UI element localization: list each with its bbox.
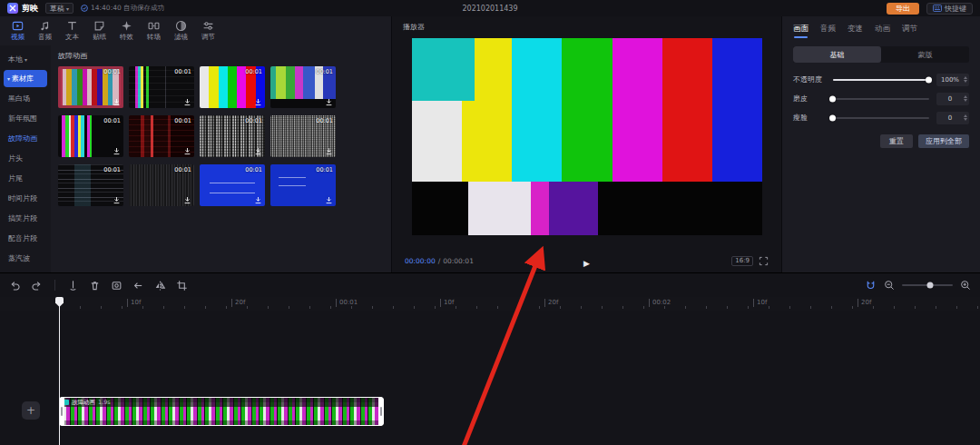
- media-body: 本地▾ ▾素材库 黑白场 新年氛围 故障动画 片头 片尾 时间片段 搞笑片段 配…: [0, 45, 391, 272]
- audio-icon: [39, 20, 51, 32]
- inspector-tab-speed[interactable]: 变速: [848, 24, 863, 35]
- sidebar-item-local[interactable]: 本地▾: [0, 49, 51, 69]
- sidebar-item-label: 蒸汽波: [8, 253, 30, 263]
- smooth-skin-slider[interactable]: [833, 98, 929, 100]
- opacity-slider[interactable]: [833, 79, 929, 81]
- value-stepper[interactable]: [964, 76, 969, 83]
- download-icon[interactable]: [183, 98, 191, 106]
- inspector-tab-picture[interactable]: 画面: [793, 24, 808, 35]
- sidebar-item-label: 搞笑片段: [8, 213, 37, 223]
- slider-knob[interactable]: [829, 95, 836, 102]
- download-icon[interactable]: [183, 147, 191, 155]
- export-button[interactable]: 导出: [887, 3, 919, 15]
- slim-face-value[interactable]: 0: [936, 112, 969, 124]
- magnet-snap-icon[interactable]: [865, 280, 877, 292]
- undo-icon[interactable]: [9, 280, 21, 292]
- media-tab-sticker[interactable]: 贴纸: [93, 20, 106, 42]
- sidebar-item-blackwhite[interactable]: 黑白场: [0, 88, 51, 108]
- opacity-value[interactable]: 100%: [936, 74, 969, 86]
- shortcuts-button[interactable]: 快捷键: [926, 3, 973, 15]
- clip-trim-right-handle[interactable]: [378, 397, 384, 426]
- mirror-icon[interactable]: [154, 280, 166, 292]
- slider-knob[interactable]: [829, 114, 836, 121]
- media-tab-transition[interactable]: 转场: [147, 20, 161, 42]
- media-tab-effects[interactable]: 特效: [120, 20, 133, 42]
- freeze-frame-icon[interactable]: [111, 280, 122, 292]
- inspector-buttons: 重置 应用到全部: [782, 127, 980, 155]
- sidebar-item-library[interactable]: ▾素材库: [4, 70, 47, 87]
- aspect-ratio-button[interactable]: 16:9: [731, 256, 753, 266]
- sidebar-item-funny-clips[interactable]: 搞笑片段: [0, 208, 51, 228]
- media-tab-text[interactable]: 文本: [65, 20, 79, 42]
- download-icon[interactable]: [325, 98, 333, 106]
- fullscreen-icon[interactable]: [759, 256, 769, 266]
- zoom-in-icon[interactable]: [960, 280, 971, 291]
- media-item[interactable]: 00:01: [270, 115, 336, 157]
- download-icon[interactable]: [325, 147, 333, 155]
- download-icon[interactable]: [254, 98, 262, 106]
- download-icon[interactable]: [183, 196, 191, 204]
- inspector-tab-animation[interactable]: 动画: [875, 24, 890, 35]
- redo-icon[interactable]: [31, 280, 43, 292]
- add-media-button[interactable]: +: [22, 401, 40, 420]
- media-item[interactable]: 00:01: [129, 164, 194, 206]
- media-item[interactable]: 00:01: [200, 66, 265, 108]
- download-icon[interactable]: [113, 147, 121, 155]
- zoom-slider-knob[interactable]: [926, 282, 933, 289]
- value-text: 100%: [936, 76, 964, 84]
- play-button[interactable]: ▶: [583, 252, 590, 270]
- duration-badge: 00:01: [174, 166, 191, 173]
- reset-button[interactable]: 重置: [880, 134, 913, 148]
- download-icon[interactable]: [254, 147, 262, 155]
- timeline-ruler[interactable]: 10f 20f 00:01 10f 20f 00:02 10f 20f: [0, 297, 980, 311]
- media-item[interactable]: 00:01: [200, 164, 265, 206]
- slider-knob[interactable]: [926, 76, 932, 83]
- drafts-menu-button[interactable]: 草稿 ▾: [45, 3, 74, 14]
- sidebar-item-label: 素材库: [12, 74, 34, 84]
- inspector-tab-adjust[interactable]: 调节: [902, 24, 917, 35]
- video-preview[interactable]: [412, 38, 762, 235]
- download-icon[interactable]: [113, 196, 121, 204]
- download-icon[interactable]: [325, 196, 333, 204]
- apply-all-button[interactable]: 应用到全部: [918, 134, 969, 148]
- media-item[interactable]: 00:01: [58, 66, 123, 108]
- media-tab-adjust[interactable]: 调节: [201, 20, 215, 42]
- subtab-basic[interactable]: 基础: [793, 46, 881, 63]
- media-item[interactable]: 00:01: [129, 66, 194, 108]
- split-icon[interactable]: [67, 280, 79, 292]
- value-stepper[interactable]: [964, 114, 969, 121]
- top-bar-right: 导出 快捷键: [887, 3, 973, 15]
- reverse-icon[interactable]: [132, 280, 144, 292]
- media-item[interactable]: 00:01: [270, 164, 336, 206]
- sidebar-item-time-clips[interactable]: 时间片段: [0, 188, 51, 208]
- media-tab-filter[interactable]: 滤镜: [174, 20, 188, 42]
- inspector-tab-audio[interactable]: 音频: [820, 24, 836, 35]
- slim-face-slider[interactable]: [833, 117, 929, 119]
- sidebar-item-vaporwave[interactable]: 蒸汽波: [0, 248, 51, 268]
- player-panel: 播放器 00:00:00 / 00:00:01 ▶ 16:9: [392, 16, 782, 272]
- media-item[interactable]: 00:01: [58, 164, 123, 206]
- color-bar: [612, 38, 662, 182]
- download-icon[interactable]: [254, 196, 262, 204]
- media-item[interactable]: 00:01: [129, 115, 194, 157]
- sidebar-item-outro[interactable]: 片尾: [0, 168, 51, 188]
- media-item[interactable]: 00:01: [58, 115, 123, 157]
- media-item[interactable]: 00:01: [200, 115, 265, 157]
- delete-icon[interactable]: [89, 280, 101, 292]
- value-stepper[interactable]: [964, 95, 969, 102]
- sidebar-item-dub-clips[interactable]: 配音片段: [0, 228, 51, 248]
- playhead[interactable]: [59, 297, 60, 445]
- sidebar-item-glitch[interactable]: 故障动画: [0, 128, 51, 148]
- media-item[interactable]: 00:01: [270, 66, 336, 108]
- download-icon[interactable]: [113, 98, 121, 106]
- zoom-out-icon[interactable]: [884, 280, 895, 291]
- timeline-clip[interactable]: 故障动画 1.9s: [59, 397, 384, 426]
- zoom-slider[interactable]: [902, 284, 953, 286]
- subtab-mask[interactable]: 蒙版: [881, 46, 969, 63]
- media-tab-audio[interactable]: 音频: [38, 20, 52, 42]
- crop-icon[interactable]: [176, 280, 188, 292]
- sidebar-item-intro[interactable]: 片头: [0, 148, 51, 168]
- media-tab-video[interactable]: 视频: [11, 20, 24, 42]
- smooth-skin-value[interactable]: 0: [936, 93, 969, 105]
- sidebar-item-newyear[interactable]: 新年氛围: [0, 108, 51, 128]
